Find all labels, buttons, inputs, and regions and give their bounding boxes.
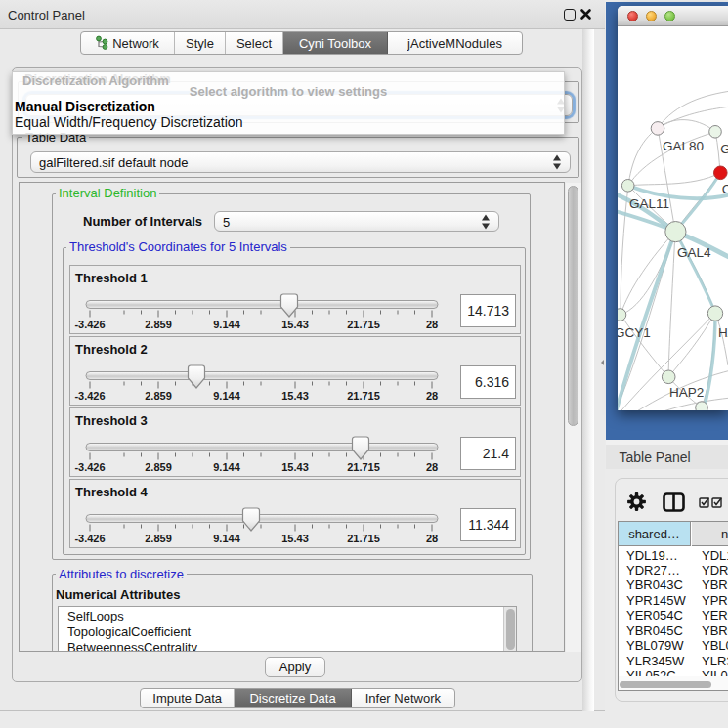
svg-text:-3.426: -3.426 — [74, 461, 105, 473]
svg-text:HAP2: HAP2 — [669, 385, 704, 400]
svg-text:-3.426: -3.426 — [74, 533, 105, 544]
svg-text:2.859: 2.859 — [145, 461, 172, 473]
svg-text:2.859: 2.859 — [145, 533, 172, 544]
svg-text:9.144: 9.144 — [213, 533, 240, 544]
svg-text:GCY1: GCY1 — [618, 325, 651, 340]
svg-text:28: 28 — [426, 533, 438, 544]
svg-text:21.715: 21.715 — [347, 461, 380, 473]
svg-text:GA: GA — [720, 142, 728, 156]
svg-text:GAL80: GAL80 — [663, 139, 704, 153]
svg-text:21.715: 21.715 — [347, 390, 380, 402]
svg-text:15.43: 15.43 — [281, 319, 309, 330]
svg-text:28: 28 — [426, 319, 438, 330]
svg-text:28: 28 — [426, 461, 438, 473]
svg-text:21.715: 21.715 — [347, 319, 380, 330]
svg-text:9.144: 9.144 — [213, 390, 240, 402]
svg-text:9.144: 9.144 — [213, 461, 240, 473]
svg-text:-3.426: -3.426 — [74, 319, 105, 330]
svg-text:15.43: 15.43 — [281, 390, 309, 402]
svg-text:C: C — [722, 182, 728, 196]
svg-text:HA: HA — [718, 325, 728, 340]
svg-text:2.859: 2.859 — [145, 319, 172, 330]
svg-text:GAL4: GAL4 — [677, 245, 711, 260]
svg-text:21.715: 21.715 — [347, 533, 380, 544]
svg-text:15.43: 15.43 — [281, 533, 309, 544]
svg-text:-3.426: -3.426 — [74, 390, 105, 402]
svg-text:28: 28 — [426, 390, 438, 402]
svg-text:GAL11: GAL11 — [629, 196, 669, 211]
svg-text:15.43: 15.43 — [281, 461, 309, 473]
svg-text:2.859: 2.859 — [145, 390, 172, 402]
svg-text:9.144: 9.144 — [213, 319, 240, 330]
